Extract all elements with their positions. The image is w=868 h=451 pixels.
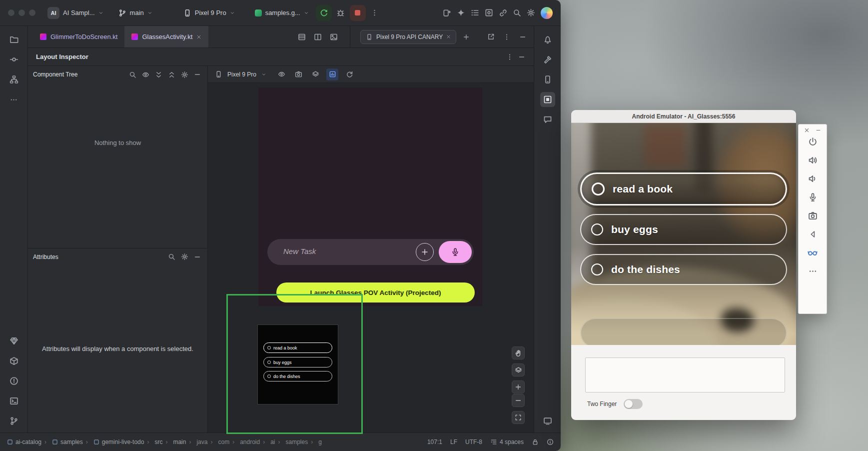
gem-icon[interactable] bbox=[6, 334, 21, 348]
problems-icon[interactable] bbox=[6, 374, 21, 388]
breadcrumb-item[interactable]: gemini-live-todo bbox=[83, 438, 144, 446]
tab-glimmertodoscreen[interactable]: GlimmerToDoScreen.kt bbox=[33, 26, 124, 48]
two-finger-toggle[interactable] bbox=[624, 399, 643, 409]
task-item-read-a-book[interactable]: read a book bbox=[580, 172, 787, 206]
volume-up-icon[interactable] bbox=[805, 152, 820, 168]
minimize-panel-icon[interactable] bbox=[516, 51, 528, 63]
device-select-label[interactable]: Pixel 9 Pro bbox=[227, 71, 256, 78]
cursor-position[interactable]: 107:1 bbox=[427, 438, 442, 446]
device-selector[interactable]: Pixel 9 Pro bbox=[183, 9, 235, 17]
breadcrumb-item[interactable]: android bbox=[229, 438, 260, 446]
gemini-icon[interactable] bbox=[454, 6, 468, 20]
refresh-icon[interactable] bbox=[343, 68, 355, 80]
debug-button[interactable] bbox=[334, 6, 348, 20]
close-window-button[interactable] bbox=[8, 10, 14, 16]
emulator-text-input[interactable] bbox=[585, 358, 785, 392]
task-list-icon[interactable] bbox=[468, 6, 482, 20]
emulator-screen[interactable]: read a book buy eggs do the dishes bbox=[571, 123, 796, 345]
running-device-tab[interactable]: Pixel 9 Pro API CANARY bbox=[360, 30, 456, 44]
rows-view-icon[interactable] bbox=[295, 30, 309, 44]
line-ending[interactable]: LF bbox=[450, 438, 457, 446]
panel-options-icon[interactable] bbox=[504, 51, 516, 63]
window-controls[interactable] bbox=[8, 10, 35, 16]
inspection-status-icon[interactable] bbox=[547, 438, 554, 446]
search-icon[interactable] bbox=[126, 68, 138, 80]
commit-icon[interactable] bbox=[6, 52, 21, 67]
inspector-canvas[interactable]: New Task Launch Glasses POV Activity (Pr… bbox=[208, 83, 534, 432]
open-in-window-icon[interactable] bbox=[485, 31, 497, 43]
device-mirroring-icon[interactable] bbox=[440, 6, 454, 20]
close-icon[interactable] bbox=[804, 128, 810, 133]
preview-image-icon[interactable] bbox=[327, 30, 341, 44]
breadcrumb-item[interactable]: g bbox=[308, 438, 322, 446]
radio-circle-icon[interactable] bbox=[591, 264, 603, 276]
minimize-window-button[interactable] bbox=[18, 10, 25, 16]
version-control-icon[interactable] bbox=[6, 414, 21, 428]
add-device-button[interactable] bbox=[460, 31, 472, 43]
volume-down-icon[interactable] bbox=[805, 171, 820, 186]
build-icon[interactable] bbox=[540, 52, 555, 67]
minimize-icon[interactable] bbox=[816, 128, 821, 133]
device-manager-icon[interactable] bbox=[540, 72, 555, 87]
zoom-out-button[interactable] bbox=[512, 394, 525, 407]
hide-panel-icon[interactable] bbox=[191, 68, 203, 80]
glasses-pov-screenshot[interactable]: read a book buy eggs do the dishes bbox=[258, 325, 338, 404]
more-tools-icon[interactable] bbox=[6, 92, 21, 107]
project-folder-icon[interactable] bbox=[6, 32, 21, 47]
expand-all-icon[interactable] bbox=[152, 68, 164, 80]
visibility-eye-icon[interactable] bbox=[275, 68, 287, 80]
zoom-fit-button[interactable] bbox=[512, 411, 525, 424]
radio-circle-icon[interactable] bbox=[592, 182, 605, 196]
settings-gear-icon[interactable] bbox=[178, 68, 190, 80]
breadcrumb-item[interactable]: java bbox=[186, 438, 207, 446]
breadcrumb-item[interactable]: main bbox=[162, 438, 186, 446]
split-view-icon[interactable] bbox=[311, 30, 325, 44]
search-icon[interactable] bbox=[510, 6, 524, 20]
camera-icon[interactable] bbox=[805, 208, 820, 223]
more-options-icon[interactable] bbox=[805, 264, 820, 278]
radio-circle-icon[interactable] bbox=[591, 224, 603, 236]
app-inspection-icon[interactable] bbox=[482, 6, 496, 20]
breadcrumb-item[interactable]: samples bbox=[41, 438, 83, 446]
collapse-all-icon[interactable] bbox=[165, 68, 177, 80]
breadcrumb-item[interactable]: ai-catalog bbox=[7, 438, 41, 446]
microphone-icon[interactable] bbox=[805, 190, 820, 204]
zoom-in-button[interactable] bbox=[512, 380, 525, 394]
vcs-branch-selector[interactable]: main bbox=[118, 9, 152, 17]
structure-icon[interactable] bbox=[6, 72, 21, 87]
live-updates-icon[interactable] bbox=[326, 68, 338, 80]
settings-gear-icon[interactable] bbox=[524, 6, 538, 20]
file-encoding[interactable]: UTF-8 bbox=[465, 438, 482, 446]
3d-mode-button[interactable] bbox=[512, 364, 525, 376]
task-item-do-the-dishes[interactable]: do the dishes bbox=[580, 254, 787, 285]
chat-icon[interactable] bbox=[540, 112, 555, 127]
close-tab-icon[interactable] bbox=[446, 34, 451, 39]
layers-icon[interactable] bbox=[309, 68, 321, 80]
hide-panel-icon[interactable] bbox=[191, 251, 203, 263]
lock-icon[interactable] bbox=[532, 438, 539, 446]
more-options-icon[interactable] bbox=[501, 31, 513, 43]
project-selector[interactable]: AI AI Sampl... bbox=[47, 7, 103, 19]
power-icon[interactable] bbox=[805, 134, 820, 149]
package-icon[interactable] bbox=[6, 354, 21, 368]
tab-glassesactivity[interactable]: GlassesActivity.kt bbox=[124, 26, 208, 48]
screenshot-icon[interactable] bbox=[292, 68, 304, 80]
profile-avatar[interactable] bbox=[541, 7, 553, 19]
hide-panel-icon[interactable] bbox=[517, 31, 529, 43]
run-configuration-selector[interactable]: samples.g... bbox=[255, 9, 309, 16]
layout-inspector-icon[interactable] bbox=[540, 92, 555, 107]
breadcrumb-item[interactable]: src bbox=[144, 438, 162, 446]
stop-button[interactable] bbox=[350, 5, 366, 21]
task-item-buy-eggs[interactable]: buy eggs bbox=[580, 214, 787, 245]
breadcrumb-item[interactable]: samples bbox=[275, 438, 308, 446]
pan-tool-button[interactable] bbox=[512, 346, 525, 360]
settings-gear-icon[interactable] bbox=[178, 251, 190, 263]
chevron-down-icon[interactable] bbox=[261, 72, 266, 77]
notifications-bell-icon[interactable] bbox=[540, 32, 555, 47]
breadcrumb-item[interactable]: ai bbox=[260, 438, 275, 446]
running-devices-icon[interactable] bbox=[540, 414, 555, 428]
close-tab-icon[interactable] bbox=[196, 34, 201, 40]
back-icon[interactable] bbox=[805, 226, 820, 242]
visibility-eye-icon[interactable] bbox=[139, 68, 151, 80]
more-actions-button[interactable] bbox=[368, 6, 382, 20]
